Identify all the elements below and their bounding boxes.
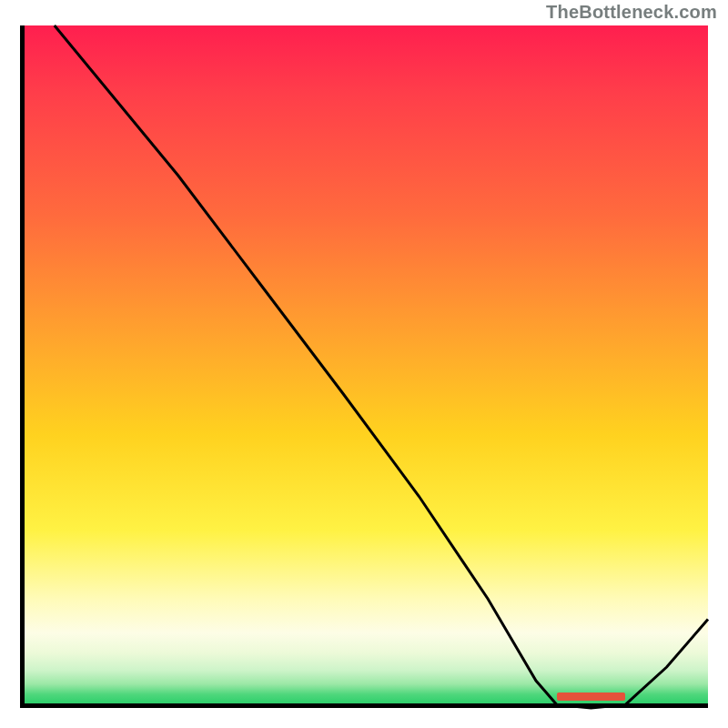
bottleneck-curve: [55, 25, 708, 708]
watermark-text: TheBottleneck.com: [546, 2, 717, 23]
chart-container: TheBottleneck.com: [0, 0, 728, 728]
plot-area: [20, 25, 708, 708]
curve-svg: [20, 25, 708, 708]
